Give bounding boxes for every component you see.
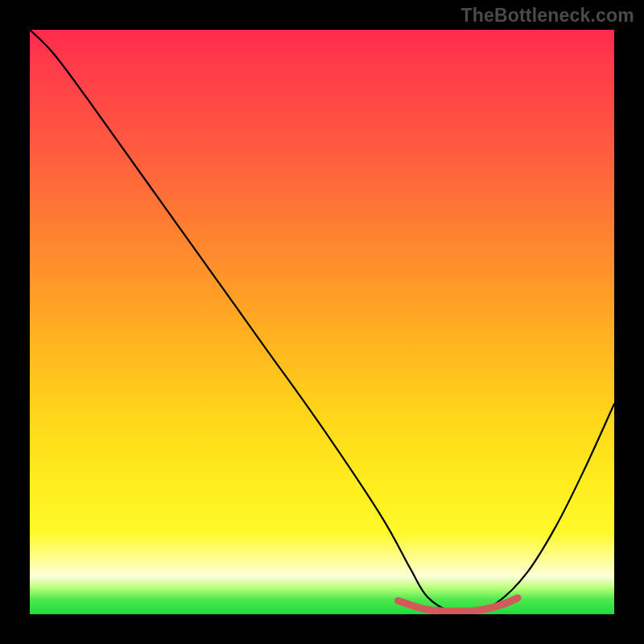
watermark-text: TheBottleneck.com	[460, 5, 634, 27]
plot-area	[30, 30, 614, 614]
highlight-layer	[30, 30, 614, 614]
optimal-range-highlight	[398, 598, 518, 612]
chart-frame: TheBottleneck.com	[0, 0, 644, 644]
